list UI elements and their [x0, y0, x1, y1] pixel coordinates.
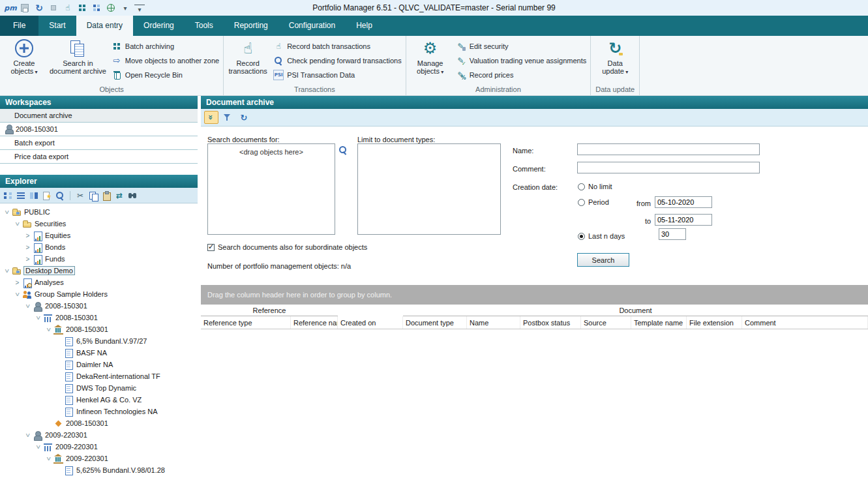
- tab-ordering[interactable]: Ordering: [133, 16, 185, 36]
- workspace-item-batch-export[interactable]: Batch export: [0, 136, 198, 150]
- caret-down-icon[interactable]: [120, 3, 130, 13]
- ribbon-button-check-pending-forward-transactions[interactable]: Check pending forward transactions: [273, 55, 401, 66]
- expander-icon[interactable]: >: [45, 325, 52, 334]
- tree-item-analyses[interactable]: >Analyses: [0, 276, 198, 288]
- expander-icon[interactable]: >: [23, 244, 32, 251]
- column-header-reference-type[interactable]: Reference type: [201, 316, 291, 329]
- tab-data-entry[interactable]: Data entry: [76, 16, 133, 36]
- tree-item-2009-220301[interactable]: >2009-220301: [0, 441, 198, 453]
- tab-reporting[interactable]: Reporting: [224, 16, 278, 36]
- expander-icon[interactable]: >: [14, 290, 21, 299]
- tree-item-6-5-bundanl-v-97-27[interactable]: 6,5% Bundanl.V.97/27: [0, 335, 198, 347]
- list-view-icon[interactable]: [16, 190, 26, 201]
- tree-item-bonds[interactable]: >Bonds: [0, 241, 198, 253]
- tree-item-2008-150301[interactable]: >2008-150301: [0, 300, 198, 312]
- tab-start[interactable]: Start: [38, 16, 76, 36]
- refresh-objects-button[interactable]: [237, 111, 251, 124]
- drag-objects-dropzone[interactable]: <drag objects here>: [207, 143, 335, 235]
- grid-icon[interactable]: [77, 3, 87, 13]
- cut-icon[interactable]: [75, 190, 85, 201]
- group-by-bar[interactable]: Drag the column header here in order to …: [201, 285, 868, 305]
- last-n-days-input[interactable]: [659, 228, 686, 240]
- tab-tools[interactable]: Tools: [185, 16, 224, 36]
- tree-item-funds[interactable]: >Funds: [0, 253, 198, 265]
- tree-item-public[interactable]: >PUBLIC: [0, 206, 198, 218]
- tree-item-desktop-demo[interactable]: >Desktop Demo: [0, 265, 198, 276]
- expander-icon[interactable]: >: [23, 256, 32, 263]
- tab-configuration[interactable]: Configuration: [278, 16, 346, 36]
- tree-item-2009-220301[interactable]: >2009-220301: [0, 429, 198, 441]
- comment-input[interactable]: [577, 162, 760, 173]
- compare-icon[interactable]: [114, 190, 125, 201]
- filter-button[interactable]: [220, 111, 235, 124]
- tree-item-equities[interactable]: >Equities: [0, 230, 198, 241]
- ribbon-button-edit-security[interactable]: Edit security: [456, 40, 587, 52]
- expander-icon[interactable]: >: [35, 443, 42, 451]
- ribbon-button-create-objects[interactable]: Createobjects ▾: [4, 37, 44, 85]
- tree-item-2008-150301[interactable]: >2008-150301: [0, 323, 198, 335]
- to-date-input[interactable]: [655, 214, 712, 226]
- column-header-template-name[interactable]: Template name: [631, 316, 687, 329]
- tree-item-5-625-bundanl-v-98-01-28[interactable]: 5,625% Bundanl.V.98/01.28: [0, 464, 198, 476]
- expander-icon[interactable]: >: [13, 279, 22, 286]
- tab-help[interactable]: Help: [346, 16, 383, 36]
- search-icon[interactable]: [55, 190, 65, 201]
- app-logo-icon[interactable]: [5, 3, 16, 13]
- expander-icon[interactable]: >: [14, 220, 21, 228]
- subordinate-checkbox[interactable]: [207, 244, 215, 251]
- save-icon[interactable]: [20, 3, 30, 13]
- ribbon-button-data-update[interactable]: Dataupdate ▾: [595, 37, 635, 85]
- column-header-reference-name[interactable]: Reference name: [291, 316, 338, 329]
- qat-customize-icon[interactable]: [134, 3, 145, 13]
- search-button[interactable]: Search: [577, 253, 629, 267]
- tiles-icon[interactable]: [91, 3, 102, 13]
- tree-item-dekarent-international-tf[interactable]: DekaRent-international TF: [0, 370, 198, 382]
- column-header-comment[interactable]: Comment: [742, 316, 868, 329]
- tree-item-group-sample-holders[interactable]: >Group Sample Holders: [0, 288, 198, 300]
- expander-icon[interactable]: >: [3, 267, 10, 275]
- column-header-name[interactable]: Name: [467, 316, 520, 329]
- column-header-document-type[interactable]: Document type: [403, 316, 467, 329]
- expander-icon[interactable]: >: [23, 232, 32, 239]
- expander-icon[interactable]: >: [35, 314, 42, 322]
- ribbon-button-search-in-document-archive[interactable]: Search indocument archive: [50, 37, 106, 85]
- search-objects-icon[interactable]: [338, 145, 348, 155]
- tree-item-securities[interactable]: >Securities: [0, 218, 198, 230]
- hand-grid-icon[interactable]: [63, 3, 73, 13]
- expander-icon[interactable]: >: [24, 302, 31, 310]
- paste-icon[interactable]: [101, 190, 112, 201]
- new-object-icon[interactable]: [42, 190, 52, 201]
- column-header-created-on[interactable]: Created on: [338, 316, 403, 329]
- ribbon-button-move-objects-to-another-zone[interactable]: Move objects to another zone: [112, 55, 219, 66]
- ribbon-button-manage-objects[interactable]: Manageobjects ▾: [410, 37, 451, 85]
- tree-item-daimler-na[interactable]: Daimler NA: [0, 359, 198, 370]
- workspace-item-document-archive[interactable]: Document archive: [0, 109, 198, 123]
- ribbon-button-open-recycle-bin[interactable]: Open Recycle Bin: [112, 69, 219, 80]
- refresh-icon[interactable]: [34, 3, 44, 13]
- radio-no-limit[interactable]: [578, 183, 585, 190]
- ribbon-button-batch-archiving[interactable]: Batch archiving: [112, 40, 219, 52]
- document-types-listbox[interactable]: [357, 143, 501, 235]
- tree-item-2009-220301[interactable]: >2009-220301: [0, 453, 198, 464]
- tree-item-infineon-technologies-na[interactable]: Infineon Technologies NA: [0, 406, 198, 417]
- copy-icon[interactable]: [88, 190, 98, 201]
- tree-view-icon[interactable]: [3, 190, 13, 201]
- expand-chevrons-button[interactable]: [204, 111, 218, 124]
- tab-file[interactable]: File: [0, 16, 38, 36]
- tree-item-basf-na[interactable]: BASF NA: [0, 347, 198, 359]
- ribbon-button-record-batch-transactions[interactable]: Record batch transactions: [273, 40, 401, 52]
- ribbon-button-valuation-trading-venue-assignments[interactable]: Valuation trading venue assignments: [456, 55, 587, 66]
- stop-icon[interactable]: [48, 3, 59, 13]
- radio-period[interactable]: [578, 199, 585, 206]
- from-date-input[interactable]: [655, 196, 712, 208]
- column-header-source[interactable]: Source: [581, 316, 631, 329]
- column-header-postbox-status[interactable]: Postbox status: [520, 316, 581, 329]
- name-input[interactable]: [577, 143, 760, 155]
- workspace-item-2008-150301[interactable]: 2008-150301: [0, 123, 198, 136]
- workspace-item-price-data-export[interactable]: Price data export: [0, 150, 198, 164]
- tree-item-2008-150301[interactable]: 2008-150301: [0, 417, 198, 429]
- ribbon-button-record-transactions[interactable]: Recordtransactions: [228, 37, 268, 85]
- radio-last-n-days[interactable]: [578, 233, 585, 240]
- ribbon-button-psi-transaction-data[interactable]: PSI Transaction Data: [273, 69, 401, 80]
- tree-item-dws-top-dynamic[interactable]: DWS Top Dynamic: [0, 382, 198, 394]
